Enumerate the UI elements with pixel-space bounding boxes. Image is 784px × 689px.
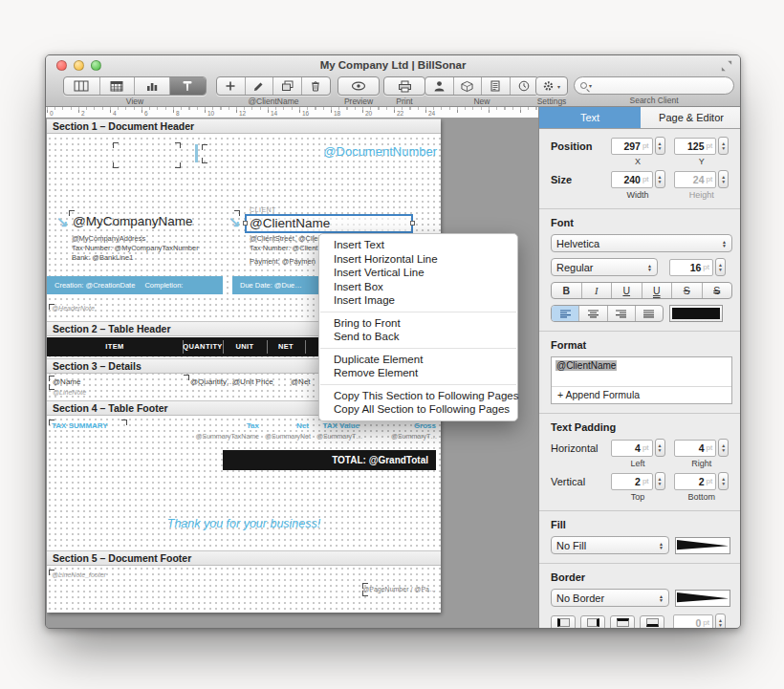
border-left-button[interactable] xyxy=(551,615,576,630)
creation-date-field[interactable]: Creation: @CreationDate xyxy=(54,281,135,290)
company-name-field[interactable]: @MyCompanyName xyxy=(73,214,193,228)
company-tax-field[interactable]: Tax Number: @MyCompanyTaxNumber xyxy=(72,244,199,252)
duplicate-record-button[interactable] xyxy=(273,77,302,95)
summary-tax-value-field[interactable]: @SummaryT… xyxy=(316,433,359,440)
fill-opacity-swatch[interactable] xyxy=(675,537,730,554)
italic-button[interactable]: I xyxy=(582,283,613,298)
summary-header-tax[interactable]: Tax xyxy=(221,421,259,430)
titlebar[interactable]: My Company Ltd | BillSonar xyxy=(46,55,740,75)
align-center-button[interactable] xyxy=(579,306,607,321)
client-street-field[interactable]: @ClientStreet, @Clien xyxy=(250,234,322,243)
new-time-entry-button[interactable] xyxy=(511,77,538,95)
page-number-field[interactable]: @PageNumber / @Pa… xyxy=(362,586,436,592)
append-formula-button[interactable]: + Append Formula xyxy=(552,386,731,403)
format-editor[interactable]: @ClientName + Append Formula xyxy=(551,356,732,404)
menu-item-insert-vline[interactable]: Insert Vertical Line xyxy=(319,266,517,280)
menu-item-insert-image[interactable]: Insert Image xyxy=(319,293,517,308)
search-input[interactable] xyxy=(592,80,707,91)
view-columns-button[interactable] xyxy=(64,77,100,95)
double-underline-button[interactable]: U xyxy=(642,283,673,298)
padding-right-stepper[interactable]: ▲▼ xyxy=(718,439,729,457)
client-name-field-selected[interactable]: @ClientName xyxy=(245,214,413,233)
font-family-dropdown[interactable]: Helvetica ▲▼ xyxy=(551,234,732,252)
view-template-button[interactable] xyxy=(170,77,206,95)
zoom-window-button[interactable] xyxy=(91,60,101,71)
align-right-button[interactable] xyxy=(608,306,636,321)
text-color-well[interactable] xyxy=(669,305,723,322)
border-bottom-button[interactable] xyxy=(640,615,664,630)
menu-item-send-to-back[interactable]: Send to Back xyxy=(319,330,517,344)
size-width-stepper[interactable]: ▲▼ xyxy=(655,170,665,188)
padding-left-field[interactable]: 4pt xyxy=(611,440,653,457)
menu-item-insert-hline[interactable]: Insert Horizontal Line xyxy=(319,252,517,267)
summary-header-tax-value[interactable]: TAX Value xyxy=(315,421,359,430)
summary-header-net[interactable]: Net xyxy=(271,421,309,430)
size-width-field[interactable]: 240pt xyxy=(611,171,653,188)
document-number-field[interactable]: @DocumentNumber xyxy=(323,144,437,159)
new-document-button[interactable] xyxy=(482,77,511,95)
menu-item-remove-element[interactable]: Remove Element xyxy=(319,366,517,380)
tax-summary-label[interactable]: TAX SUMMARY xyxy=(52,421,108,430)
grand-total-bar[interactable]: TOTAL: @GrandTotal xyxy=(223,450,436,470)
underline-button[interactable]: U xyxy=(612,283,642,298)
print-button[interactable] xyxy=(384,77,425,95)
padding-bottom-stepper[interactable]: ▲▼ xyxy=(718,472,729,490)
bold-button[interactable]: B xyxy=(552,283,582,298)
minimize-window-button[interactable] xyxy=(74,60,84,71)
company-bank-field[interactable]: Bank: @BankLine1 xyxy=(72,253,133,262)
font-style-dropdown[interactable]: Regular ▲▼ xyxy=(551,258,658,276)
client-payment-field[interactable]: Payment: @Paymen xyxy=(250,257,316,266)
due-date-field[interactable]: Due Date: @Due… xyxy=(240,281,302,290)
delete-record-button[interactable] xyxy=(302,77,330,95)
new-product-button[interactable] xyxy=(454,77,483,95)
preview-button[interactable] xyxy=(338,77,379,95)
tab-page-editor[interactable]: Page & Editor xyxy=(641,107,741,128)
position-y-field[interactable]: 125pt xyxy=(674,138,716,155)
padding-left-stepper[interactable]: ▲▼ xyxy=(655,439,665,457)
menu-item-copy-section[interactable]: Copy This Section to Following Pages xyxy=(319,389,517,403)
menu-item-copy-all-sections[interactable]: Copy All Section to Following Pages xyxy=(319,402,517,417)
company-address-field[interactable]: @MyCompanyAddress xyxy=(72,234,145,243)
summary-net-field[interactable]: @SummaryNet xyxy=(265,433,309,440)
align-left-button[interactable] xyxy=(552,306,579,321)
view-chart-button[interactable] xyxy=(135,77,170,95)
line-quantity-field[interactable]: @Quantity… xyxy=(190,377,234,386)
double-strikethrough-button[interactable]: S xyxy=(703,283,732,298)
font-size-stepper[interactable]: ▲▼ xyxy=(715,258,726,276)
fullscreen-icon[interactable] xyxy=(721,60,732,72)
position-x-stepper[interactable]: ▲▼ xyxy=(655,137,665,155)
resize-handle-left[interactable] xyxy=(243,221,248,226)
edit-record-button[interactable] xyxy=(246,77,274,95)
font-size-field[interactable]: 16pt xyxy=(669,259,713,276)
settings-button[interactable]: ▾ xyxy=(536,77,567,95)
line-net-field[interactable]: @Net xyxy=(291,377,311,386)
add-record-button[interactable] xyxy=(217,77,246,95)
strikethrough-button[interactable]: S xyxy=(672,283,703,298)
padding-bottom-field[interactable]: 2pt xyxy=(674,473,716,490)
menu-item-insert-text[interactable]: Insert Text xyxy=(319,238,517,252)
padding-top-stepper[interactable]: ▲▼ xyxy=(655,472,665,490)
border-opacity-swatch[interactable] xyxy=(675,590,730,607)
fill-dropdown[interactable]: No Fill ▲▼ xyxy=(551,536,669,554)
format-value[interactable]: @ClientName xyxy=(552,357,731,386)
border-right-button[interactable] xyxy=(580,615,605,630)
position-x-field[interactable]: 297pt xyxy=(611,138,653,155)
tab-text[interactable]: Text xyxy=(539,107,641,128)
resize-handle-right[interactable] xyxy=(410,221,415,226)
menu-item-insert-box[interactable]: Insert Box xyxy=(319,280,517,294)
close-window-button[interactable] xyxy=(56,60,67,71)
thanks-message-field[interactable]: Thank you for your business! xyxy=(47,517,441,530)
line-note-field[interactable]: @LineNote xyxy=(53,389,86,396)
border-dropdown[interactable]: No Border ▲▼ xyxy=(551,589,669,607)
align-justify-button[interactable] xyxy=(636,306,663,321)
menu-item-duplicate-element[interactable]: Duplicate Element xyxy=(319,353,517,367)
client-tax-field[interactable]: Tax Number: @ClientT xyxy=(250,244,322,252)
line-unit-price-field[interactable]: @Unit Price xyxy=(232,377,273,386)
border-top-button[interactable] xyxy=(610,615,635,630)
new-client-button[interactable] xyxy=(425,77,454,95)
summary-header-gross[interactable]: Gross xyxy=(391,421,436,430)
menu-item-bring-to-front[interactable]: Bring to Front xyxy=(319,316,517,331)
line-name-field[interactable]: @Name xyxy=(53,377,80,386)
header-note-field[interactable]: @HeaderNote xyxy=(52,305,95,312)
padding-right-field[interactable]: 4pt xyxy=(674,440,716,457)
